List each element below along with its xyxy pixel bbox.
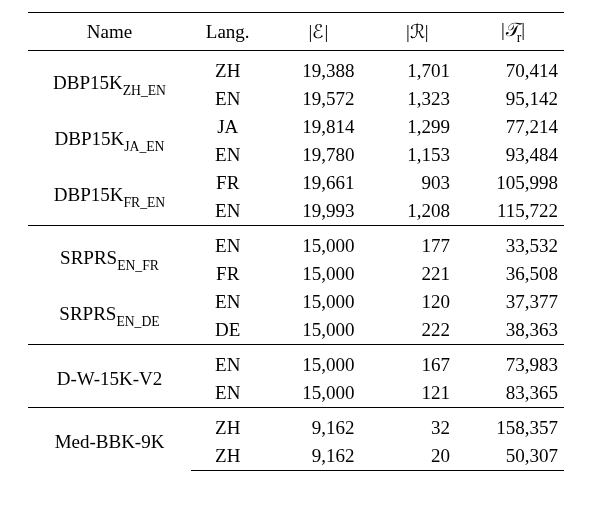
cell-r: 222 [372,316,462,345]
datasets-table: Name Lang. |ℰ| |ℛ| |𝒯r| DBP15KZH_EN ZH 1… [28,12,564,471]
col-tr-close: | [521,19,525,40]
table-wrapper: Name Lang. |ℰ| |ℛ| |𝒯r| DBP15KZH_EN ZH 1… [0,0,592,471]
table-header-row: Name Lang. |ℰ| |ℛ| |𝒯r| [28,13,564,51]
dataset-name: Med-BBK-9K [28,407,191,470]
cell-e: 15,000 [264,379,372,408]
name-sub: FR_EN [123,195,165,210]
cell-tr: 115,722 [462,197,564,226]
dataset-name: DBP15KJA_EN [28,113,191,169]
cell-tr: 37,377 [462,288,564,316]
cell-tr: 105,998 [462,169,564,197]
cell-e: 19,780 [264,141,372,169]
name-sub: EN_FR [117,258,159,273]
cell-r: 1,299 [372,113,462,141]
name-base: SRPRS [60,247,117,268]
dataset-name: D-W-15K-V2 [28,344,191,407]
cell-e: 15,000 [264,288,372,316]
col-r: |ℛ| [372,13,462,51]
cell-lang: ZH [191,407,264,442]
cell-e: 15,000 [264,316,372,345]
col-tr-sub: r [517,30,522,45]
name-base: SRPRS [59,303,116,324]
cell-r: 221 [372,260,462,288]
cell-r: 167 [372,344,462,379]
cell-lang: EN [191,225,264,260]
cell-e: 15,000 [264,344,372,379]
cell-lang: ZH [191,50,264,85]
col-e: |ℰ| [264,13,372,51]
table-row: DBP15KFR_EN FR 19,661 903 105,998 [28,169,564,197]
cell-e: 15,000 [264,225,372,260]
cell-lang: EN [191,288,264,316]
cell-r: 1,323 [372,85,462,113]
cell-r: 121 [372,379,462,408]
col-tr-open: |𝒯 [501,19,517,40]
cell-e: 9,162 [264,442,372,471]
dataset-name: DBP15KZH_EN [28,50,191,113]
table-row: D-W-15K-V2 EN 15,000 167 73,983 [28,344,564,379]
cell-lang: EN [191,141,264,169]
cell-e: 19,814 [264,113,372,141]
cell-e: 15,000 [264,260,372,288]
cell-lang: ZH [191,442,264,471]
cell-lang: JA [191,113,264,141]
col-tr: |𝒯r| [462,13,564,51]
dataset-name: SRPRSEN_FR [28,225,191,288]
table-row: DBP15KJA_EN JA 19,814 1,299 77,214 [28,113,564,141]
col-name: Name [28,13,191,51]
cell-tr: 93,484 [462,141,564,169]
cell-tr: 70,414 [462,50,564,85]
cell-r: 120 [372,288,462,316]
cell-lang: EN [191,379,264,408]
cell-tr: 38,363 [462,316,564,345]
table-row: DBP15KZH_EN ZH 19,388 1,701 70,414 [28,50,564,85]
name-sub: ZH_EN [123,83,166,98]
cell-r: 1,208 [372,197,462,226]
cell-lang: FR [191,260,264,288]
cell-lang: DE [191,316,264,345]
table-row: Med-BBK-9K ZH 9,162 32 158,357 [28,407,564,442]
cell-lang: EN [191,85,264,113]
cell-r: 1,701 [372,50,462,85]
table-row: SRPRSEN_FR EN 15,000 177 33,532 [28,225,564,260]
cell-e: 9,162 [264,407,372,442]
cell-r: 1,153 [372,141,462,169]
cell-lang: EN [191,344,264,379]
cell-e: 19,388 [264,50,372,85]
name-base: DBP15K [54,184,124,205]
cell-r: 177 [372,225,462,260]
dataset-name: DBP15KFR_EN [28,169,191,226]
cell-lang: EN [191,197,264,226]
cell-r: 32 [372,407,462,442]
cell-tr: 95,142 [462,85,564,113]
name-base: DBP15K [55,128,125,149]
dataset-name: SRPRSEN_DE [28,288,191,345]
table-row: SRPRSEN_DE EN 15,000 120 37,377 [28,288,564,316]
cell-tr: 77,214 [462,113,564,141]
cell-r: 20 [372,442,462,471]
cell-tr: 33,532 [462,225,564,260]
col-lang: Lang. [191,13,264,51]
cell-e: 19,572 [264,85,372,113]
name-sub: EN_DE [116,314,159,329]
cell-tr: 158,357 [462,407,564,442]
cell-tr: 36,508 [462,260,564,288]
cell-lang: FR [191,169,264,197]
cell-e: 19,661 [264,169,372,197]
cell-tr: 83,365 [462,379,564,408]
cell-e: 19,993 [264,197,372,226]
name-sub: JA_EN [124,139,164,154]
name-base: DBP15K [53,72,123,93]
cell-tr: 50,307 [462,442,564,471]
cell-tr: 73,983 [462,344,564,379]
cell-r: 903 [372,169,462,197]
